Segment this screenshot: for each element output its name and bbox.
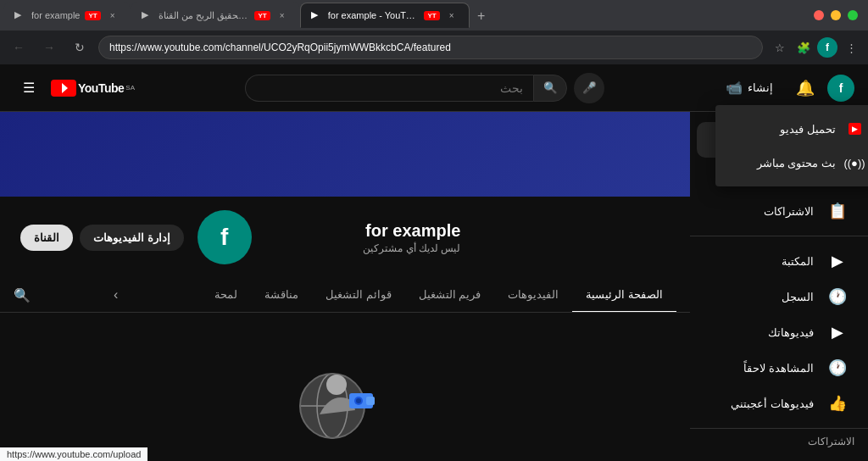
library-icon: ▶ xyxy=(827,252,848,270)
tab-bar: ▶ for example YT × ▶ تحقيق الربح من القن… xyxy=(0,0,868,31)
svg-rect-7 xyxy=(366,397,375,405)
sidebar-label-history: السجل xyxy=(782,291,814,303)
browser-tab-2[interactable]: ▶ تحقيق الربح من القناة - YouTube Studio… xyxy=(131,3,300,28)
sidebar-label-watch-later: المشاهدة لاحقاً xyxy=(743,362,814,375)
tab-search-icon[interactable]: 🔍 xyxy=(14,287,31,303)
go-live-label: بث محتوى مباشر xyxy=(757,157,836,169)
main-content: for example ليس لديك أي مشتركين f القناة… xyxy=(0,112,690,461)
create-icon: 📹 xyxy=(726,80,743,96)
channel-tab-videos[interactable]: الفيديوهات xyxy=(494,278,572,313)
create-label: إنشاء xyxy=(748,81,773,94)
extension-button[interactable]: 🧩 xyxy=(793,37,814,58)
browser-tab-1[interactable]: ▶ for example YT × xyxy=(3,3,131,28)
minimize-button[interactable] xyxy=(831,10,841,20)
create-button[interactable]: 📹 إنشاء xyxy=(715,75,783,101)
sidebar-item-library[interactable]: ▶ المكتبة xyxy=(697,243,861,279)
youtube-logo[interactable]: YouTube SA xyxy=(51,80,135,97)
sidebar-item-your-videos[interactable]: ▶ فيديوهاتك xyxy=(697,314,861,350)
logo-area: ☰ YouTube SA xyxy=(14,73,135,103)
tab-favicon-2: ▶ xyxy=(142,9,153,21)
svg-point-5 xyxy=(326,375,347,395)
channel-button[interactable]: القناة xyxy=(20,225,73,251)
address-input[interactable] xyxy=(98,36,763,59)
tab-close-3[interactable]: × xyxy=(445,8,459,22)
manage-videos-button[interactable]: إدارة الفيديوهات xyxy=(80,225,184,251)
mic-button[interactable]: 🎤 xyxy=(574,73,604,103)
extensions-area: ☆ 🧩 f ⋮ xyxy=(770,37,861,58)
new-tab-button[interactable]: + xyxy=(470,4,493,28)
status-bar: https://www.youtube.com/upload xyxy=(0,447,147,461)
header-actions: 📹 إنشاء ▶ تحميل فيديو ((●)) بث محتوى مبا… xyxy=(715,73,854,103)
forward-button[interactable]: → xyxy=(37,36,61,59)
go-live-item[interactable]: ((●)) بث محتوى مباشر xyxy=(715,146,868,180)
channel-tabs: الصفحة الرئيسية الفيديوهات فريم التشغيل … xyxy=(0,278,690,313)
youtube-logo-text: YouTube xyxy=(78,81,124,95)
country-badge: SA xyxy=(125,84,135,92)
channel-tab-shorts[interactable]: فريم التشغيل xyxy=(405,278,495,313)
svg-marker-0 xyxy=(62,83,68,93)
tab-badge-2: YT xyxy=(254,11,270,20)
channel-banner xyxy=(0,112,690,197)
channel-details: for example ليس لديك أي مشتركين xyxy=(265,221,461,254)
tab-close-2[interactable]: × xyxy=(275,8,289,22)
sidebar-label-library: المكتبة xyxy=(782,255,814,268)
bookmark-button[interactable]: ☆ xyxy=(770,37,790,58)
search-bar: 🔍 xyxy=(245,75,567,102)
sidebar-item-subscriptions[interactable]: 📋 الاشتراكات xyxy=(697,193,861,229)
menu-button[interactable]: ⋮ xyxy=(841,37,861,58)
browser-chrome: ▶ for example YT × ▶ تحقيق الربح من القن… xyxy=(0,0,868,64)
back-button[interactable]: ← xyxy=(7,36,31,59)
maximize-button[interactable] xyxy=(848,10,858,20)
window-controls xyxy=(807,10,865,20)
upload-video-icon: ▶ xyxy=(846,120,863,137)
tab-favicon-1: ▶ xyxy=(14,9,26,21)
channel-name: for example xyxy=(265,221,461,241)
liked-icon: 👍 xyxy=(827,394,848,413)
hamburger-button[interactable]: ☰ xyxy=(14,73,44,103)
search-button[interactable]: 🔍 xyxy=(533,75,567,102)
tab-badge-3: YT xyxy=(424,11,439,20)
tab-close-1[interactable]: × xyxy=(106,8,120,22)
tab-title-3: for example - YouTube xyxy=(328,10,420,20)
sidebar-label-subscriptions: الاشتراكات xyxy=(764,205,814,218)
channel-tab-community[interactable]: مناقشة xyxy=(251,278,312,313)
upload-video-item[interactable]: ▶ تحميل فيديو xyxy=(715,112,868,146)
channel-tab-home[interactable]: الصفحة الرئيسية xyxy=(572,278,676,313)
create-dropdown: ▶ تحميل فيديو ((●)) بث محتوى مباشر xyxy=(715,105,868,186)
channel-tab-playlists[interactable]: قوائم التشغيل xyxy=(312,278,405,313)
close-button[interactable] xyxy=(814,10,824,20)
tab-title-2: تحقيق الربح من القناة - YouTube Studio xyxy=(159,10,250,21)
svg-point-9 xyxy=(356,398,361,403)
sidebar-label-your-videos: فيديوهاتك xyxy=(768,326,814,339)
tab-badge-1: YT xyxy=(85,11,100,20)
tabs-container: ▶ for example YT × ▶ تحقيق الربح من القن… xyxy=(3,3,805,28)
tab-title-1: for example xyxy=(31,10,80,20)
go-live-icon: ((●)) xyxy=(846,154,863,171)
subscriptions-icon: 📋 xyxy=(827,202,848,220)
sidebar-item-watch-later[interactable]: 🕐 المشاهدة لاحقاً xyxy=(697,350,861,386)
search-area: 🔍 🎤 xyxy=(135,73,715,103)
watch-later-icon: 🕐 xyxy=(827,358,848,377)
sidebar-item-liked[interactable]: 👍 فيديوهات أعجبتني xyxy=(697,386,861,421)
explore-section-label: الاشتراكات xyxy=(690,428,868,447)
reload-button[interactable]: ↻ xyxy=(68,36,92,59)
address-bar-row: ← → ↻ ☆ 🧩 f ⋮ xyxy=(0,31,868,64)
create-area: 📹 إنشاء ▶ تحميل فيديو ((●)) بث محتوى مبا… xyxy=(715,75,783,101)
profile-button[interactable]: f xyxy=(817,37,837,58)
sidebar-label-liked: فيديوهات أعجبتني xyxy=(731,397,814,410)
youtube-header: ☰ YouTube SA 🔍 🎤 📹 إنشاء xyxy=(0,64,868,112)
history-icon: 🕐 xyxy=(827,287,848,306)
tabs-scroll-arrow[interactable]: › xyxy=(107,280,125,309)
user-avatar[interactable]: f xyxy=(827,75,854,102)
notifications-button[interactable]: 🔔 xyxy=(790,73,821,103)
tab-favicon-3: ▶ xyxy=(311,9,323,21)
search-input[interactable] xyxy=(245,75,533,102)
sidebar-item-music[interactable]: 🎵 موسيقى xyxy=(697,454,861,461)
sidebar-item-history[interactable]: 🕐 السجل xyxy=(697,279,861,314)
channel-info-bar: for example ليس لديك أي مشتركين f القناة… xyxy=(0,197,690,278)
upload-video-label: تحميل فيديو xyxy=(780,123,836,136)
browser-tab-3[interactable]: ▶ for example - YouTube YT × xyxy=(300,3,470,28)
empty-state: تحميل فيديو للبدء ابدأ مشاركة قصتك والتو… xyxy=(0,313,690,461)
channel-actions: القناة إدارة الفيديوهات xyxy=(20,225,184,251)
channel-tab-about[interactable]: لمحة xyxy=(201,278,251,313)
